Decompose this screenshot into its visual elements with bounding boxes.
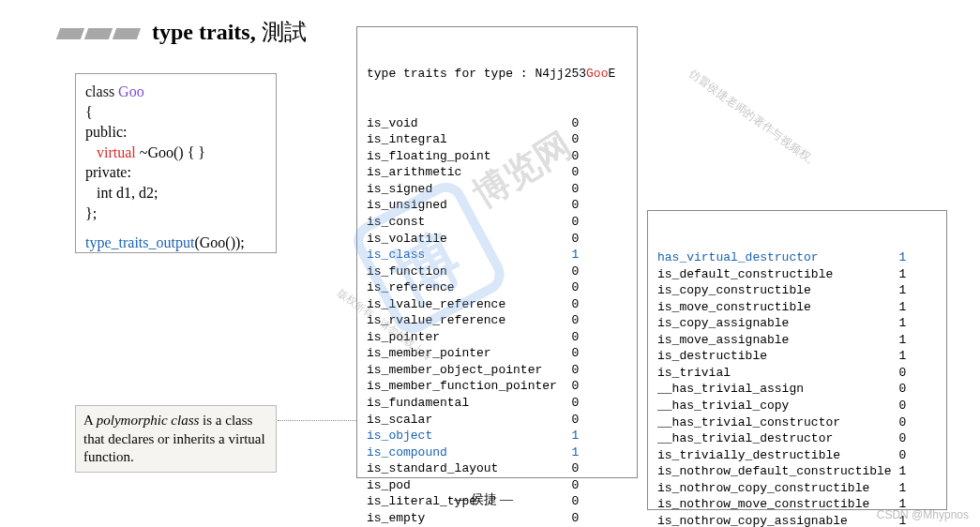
trait-value: 0: [898, 415, 906, 429]
trait-key: __has_trivial_constructor: [657, 415, 898, 429]
note-polymorphic: A polymorphic class is a class that decl…: [75, 405, 277, 473]
trait-key: is_arithmetic: [367, 165, 571, 179]
trait-row: is_standard_layout 0: [367, 460, 627, 477]
trait-row: is_destructible 1: [657, 348, 937, 365]
trait-value: 0: [571, 280, 579, 294]
trait-row: is_volatile 0: [367, 231, 627, 248]
trait-value: 1: [571, 445, 579, 459]
traits-output-mid: type traits for type : N4jj253GooE is_vo…: [356, 26, 638, 478]
trait-row: is_lvalue_reference 0: [367, 296, 627, 313]
trait-value: 0: [571, 232, 579, 246]
watermark-small-1: 仿冒侯捷老师的著作与视频权。: [686, 68, 822, 170]
traits-header-a: type traits for type : N4jj253: [367, 67, 586, 81]
trait-value: 0: [898, 431, 906, 445]
trait-value: 0: [571, 363, 579, 377]
trait-row: is_move_constructible 1: [657, 299, 937, 316]
slide-title-rest: 測試: [256, 20, 307, 44]
trait-row: is_floating_point 0: [367, 148, 627, 165]
trait-key: __has_trivial_assign: [657, 382, 898, 396]
traits-header-c: E: [608, 67, 615, 81]
trait-key: is_compound: [367, 445, 571, 459]
traits-output-right: has_virtual_destructor 1is_default_const…: [647, 210, 947, 510]
trait-row: is_empty 0: [367, 510, 627, 527]
footer-author: — 侯捷 —: [454, 491, 513, 508]
trait-row: is_copy_constructible 1: [657, 282, 937, 299]
trait-row: is_object 1: [367, 428, 627, 444]
trait-value: 0: [571, 511, 579, 525]
trait-key: is_empty: [367, 511, 571, 525]
code-line: private:: [85, 162, 266, 183]
trait-row: __has_trivial_destructor 0: [657, 430, 937, 447]
trait-value: 1: [898, 481, 906, 495]
trait-row: is_copy_assignable 1: [657, 315, 937, 332]
trait-key: is_integral: [367, 132, 571, 146]
trait-value: 0: [571, 461, 579, 475]
trait-row: is_default_constructible 1: [657, 266, 937, 283]
trait-key: has_virtual_destructor: [657, 250, 898, 264]
trait-value: 0: [571, 264, 579, 279]
trait-key: is_default_constructible: [657, 267, 898, 281]
trait-value: 0: [571, 379, 579, 393]
trait-value: 0: [571, 313, 579, 327]
trait-value: 1: [898, 333, 906, 347]
trait-value: 1: [898, 464, 906, 478]
code-block-left: class Goo { public: virtual ~Goo() { } p…: [75, 73, 277, 253]
trait-key: is_member_function_pointer: [367, 379, 571, 393]
code-classname: Goo: [118, 83, 144, 99]
trait-key: is_scalar: [367, 413, 571, 427]
note-text: A: [83, 413, 97, 428]
trait-row: is_pointer 0: [367, 329, 627, 346]
csdn-watermark: CSDN @Mhypnos: [877, 508, 969, 521]
trait-key: is_standard_layout: [367, 461, 571, 475]
trait-value: 0: [571, 494, 579, 508]
trait-value: 0: [571, 116, 579, 130]
trait-key: is_fundamental: [367, 396, 571, 410]
trait-value: 0: [571, 330, 579, 344]
trait-key: is_function: [367, 264, 571, 279]
trait-row: is_nothrow_default_constructible 1: [657, 463, 937, 480]
trait-row: is_trivial 0: [657, 365, 937, 382]
trait-row: has_virtual_destructor 1: [657, 249, 937, 266]
trait-value: 0: [898, 399, 906, 413]
trait-value: 0: [898, 448, 906, 462]
code-kw-virtual: virtual: [97, 144, 136, 160]
trait-key: __has_trivial_destructor: [657, 431, 898, 445]
trait-key: is_trivially_destructible: [657, 448, 898, 462]
trait-value: 0: [571, 132, 579, 146]
trait-row: is_compound 1: [367, 444, 627, 461]
trait-key: is_copy_assignable: [657, 316, 898, 330]
trait-row: is_scalar 0: [367, 412, 627, 429]
trait-key: is_trivial: [657, 366, 898, 380]
trait-value: 1: [898, 283, 906, 297]
trait-key: is_pointer: [367, 330, 571, 344]
trait-value: 0: [571, 346, 579, 360]
trait-value: 0: [571, 413, 579, 427]
trait-key: is_move_assignable: [657, 333, 898, 347]
trait-row: is_void 0: [367, 115, 627, 132]
trait-key: is_pod: [367, 478, 571, 492]
trait-key: is_floating_point: [367, 149, 571, 163]
trait-key: is_nothrow_copy_assignable: [657, 514, 898, 527]
code-line: {: [85, 102, 266, 123]
trait-value: 1: [571, 429, 579, 443]
trait-key: is_signed: [367, 182, 571, 196]
trait-value: 1: [898, 349, 906, 363]
trait-value: 0: [898, 382, 906, 396]
code-line: ~Goo() { }: [136, 144, 205, 160]
trait-key: is_const: [367, 215, 571, 229]
trait-row: is_rvalue_reference 0: [367, 312, 627, 329]
trait-row: is_unsigned 0: [367, 197, 627, 214]
code-line: };: [85, 203, 266, 224]
trait-value: 0: [571, 198, 579, 212]
trait-row: is_signed 0: [367, 181, 627, 198]
trait-row: is_const 0: [367, 214, 627, 231]
trait-value: 0: [571, 182, 579, 196]
trait-row: is_move_assignable 1: [657, 332, 937, 349]
trait-value: 1: [898, 267, 906, 281]
trait-row: is_reference 0: [367, 279, 627, 296]
trait-row: __has_trivial_constructor 0: [657, 414, 937, 431]
code-line: public:: [85, 122, 266, 143]
trait-row: is_member_object_pointer 0: [367, 362, 627, 379]
trait-value: 0: [571, 396, 579, 410]
trait-key: is_nothrow_copy_constructible: [657, 481, 898, 495]
